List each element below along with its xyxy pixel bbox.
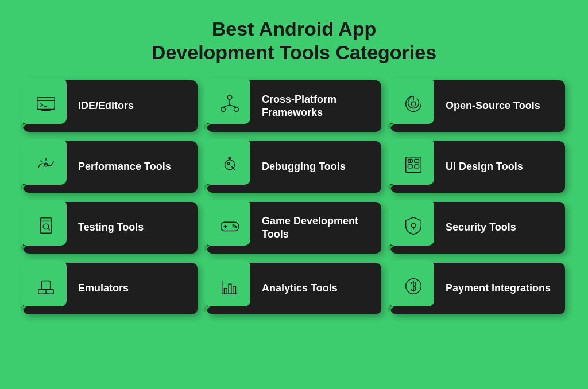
- svg-point-33: [233, 224, 234, 226]
- svg-point-11: [411, 102, 416, 106]
- cross-platform-icon: [217, 91, 242, 116]
- ui-design-icon: UI: [401, 152, 426, 177]
- svg-rect-44: [229, 284, 231, 294]
- icon-wrapper-open-source: [390, 80, 441, 132]
- svg-point-5: [227, 95, 232, 99]
- card-security[interactable]: Security Tools: [390, 202, 565, 254]
- card-emulators[interactable]: Emulators: [23, 263, 198, 314]
- card-debugging[interactable]: Debugging Tools: [207, 141, 381, 193]
- card-label-open-source: Open-Source Tools: [441, 94, 565, 118]
- emulators-icon: [33, 274, 59, 299]
- icon-wrapper-game-dev: [207, 202, 257, 254]
- card-ui-design[interactable]: UI UI Design Tools: [390, 141, 565, 193]
- card-label-testing: Testing Tools: [74, 215, 198, 240]
- icon-wrapper-ui-design: UI: [390, 141, 441, 193]
- card-label-ide-editors: IDE/Editors: [74, 94, 198, 118]
- cards-grid: IDE/Editors Cross-Platform Frameworks Op…: [23, 80, 565, 314]
- testing-icon: [33, 213, 59, 238]
- svg-point-34: [235, 226, 237, 228]
- card-label-analytics: Analytics Tools: [257, 276, 381, 301]
- icon-wrapper-testing: [23, 202, 74, 254]
- icon-wrapper-ide-editors: [23, 80, 74, 132]
- page-title: Best Android App Development Tools Categ…: [152, 17, 436, 64]
- svg-rect-38: [41, 281, 50, 289]
- card-label-payment: Payment Integrations: [441, 276, 565, 301]
- card-performance[interactable]: Performance Tools: [23, 141, 198, 193]
- card-label-performance: Performance Tools: [74, 154, 198, 179]
- svg-point-16: [227, 162, 230, 165]
- card-game-dev[interactable]: Game Development Tools: [207, 202, 381, 254]
- page-wrapper: Best Android App Development Tools Categ…: [0, 0, 588, 389]
- card-label-game-dev: Game Development Tools: [257, 209, 381, 246]
- card-label-cross-platform: Cross-Platform Frameworks: [257, 87, 381, 125]
- ide-icon: [33, 91, 59, 116]
- card-ide-editors[interactable]: IDE/Editors: [23, 80, 198, 132]
- svg-point-7: [234, 107, 239, 111]
- icon-wrapper-debugging: [207, 141, 257, 193]
- security-icon: [401, 213, 426, 238]
- payment-icon: [401, 274, 426, 299]
- card-open-source[interactable]: Open-Source Tools: [390, 80, 565, 132]
- svg-rect-43: [225, 288, 227, 294]
- svg-rect-24: [415, 165, 419, 168]
- card-label-ui-design: UI Design Tools: [441, 154, 565, 179]
- analytics-icon: [217, 274, 242, 299]
- card-analytics[interactable]: Analytics Tools: [207, 263, 381, 314]
- svg-text:UI: UI: [408, 160, 411, 163]
- card-testing[interactable]: Testing Tools: [23, 202, 198, 254]
- icon-wrapper-performance: [23, 141, 74, 193]
- card-label-security: Security Tools: [441, 215, 565, 240]
- svg-point-6: [221, 107, 226, 111]
- icon-wrapper-emulators: [23, 263, 74, 314]
- svg-point-35: [411, 223, 416, 228]
- svg-rect-26: [41, 217, 52, 233]
- svg-line-9: [223, 104, 230, 107]
- card-payment[interactable]: Payment Integrations: [390, 263, 565, 314]
- performance-icon: [33, 152, 59, 177]
- debugging-icon: [217, 152, 242, 177]
- svg-line-29: [48, 228, 50, 230]
- svg-rect-0: [37, 97, 55, 109]
- icon-wrapper-analytics: [207, 263, 257, 314]
- game-dev-icon: [217, 213, 242, 238]
- card-cross-platform[interactable]: Cross-Platform Frameworks: [207, 80, 381, 132]
- svg-line-10: [230, 104, 236, 107]
- svg-rect-45: [233, 286, 236, 294]
- icon-wrapper-cross-platform: [207, 80, 257, 132]
- icon-wrapper-payment: [390, 263, 441, 314]
- card-label-debugging: Debugging Tools: [257, 154, 381, 179]
- open-source-icon: [401, 91, 426, 116]
- svg-line-17: [231, 166, 235, 170]
- card-label-emulators: Emulators: [74, 276, 198, 301]
- icon-wrapper-security: [390, 202, 441, 254]
- svg-rect-22: [415, 159, 419, 162]
- svg-rect-23: [408, 165, 413, 168]
